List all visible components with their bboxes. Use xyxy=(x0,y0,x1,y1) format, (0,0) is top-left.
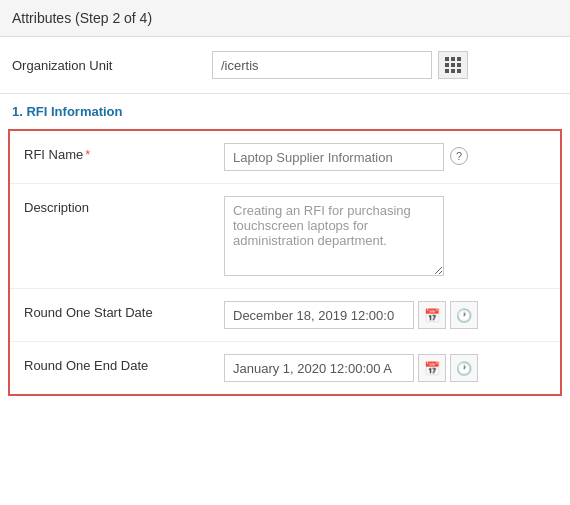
org-unit-input-wrapper xyxy=(212,51,468,79)
page-header: Attributes (Step 2 of 4) xyxy=(0,0,570,37)
round-one-start-wrapper: 📅 🕐 xyxy=(224,301,546,329)
round-one-end-label: Round One End Date xyxy=(24,354,224,373)
rfi-name-control-wrapper: ? xyxy=(224,143,546,171)
required-indicator: * xyxy=(85,147,90,162)
description-textarea[interactable]: Creating an RFI for purchasing touchscre… xyxy=(224,196,444,276)
round-one-start-clock-button[interactable]: 🕐 xyxy=(450,301,478,329)
rfi-info-section-header: 1. RFI Information xyxy=(0,94,570,129)
round-one-end-row: Round One End Date 📅 🕐 xyxy=(10,342,560,394)
round-one-end-date-wrapper: 📅 🕐 xyxy=(224,354,478,382)
description-label: Description xyxy=(24,196,224,215)
grid-icon xyxy=(445,57,461,73)
round-one-start-calendar-button[interactable]: 📅 xyxy=(418,301,446,329)
round-one-start-row: Round One Start Date 📅 🕐 xyxy=(10,289,560,342)
description-control-wrapper: Creating an RFI for purchasing touchscre… xyxy=(224,196,546,276)
rfi-name-input[interactable] xyxy=(224,143,444,171)
round-one-end-input[interactable] xyxy=(224,354,414,382)
org-unit-label: Organization Unit xyxy=(12,58,212,73)
rfi-name-label: RFI Name* xyxy=(24,143,224,162)
page-title: Attributes (Step 2 of 4) xyxy=(12,10,152,26)
round-one-start-input[interactable] xyxy=(224,301,414,329)
round-one-end-clock-button[interactable]: 🕐 xyxy=(450,354,478,382)
rfi-name-help-icon[interactable]: ? xyxy=(450,147,468,165)
org-unit-section: Organization Unit xyxy=(0,37,570,94)
rfi-name-row: RFI Name* ? xyxy=(10,131,560,184)
org-unit-input[interactable] xyxy=(212,51,432,79)
round-one-start-label: Round One Start Date xyxy=(24,301,224,320)
round-one-end-calendar-button[interactable]: 📅 xyxy=(418,354,446,382)
org-unit-picker-button[interactable] xyxy=(438,51,468,79)
round-one-end-wrapper: 📅 🕐 xyxy=(224,354,546,382)
round-one-start-date-wrapper: 📅 🕐 xyxy=(224,301,478,329)
description-row: Description Creating an RFI for purchasi… xyxy=(10,184,560,289)
rfi-info-section: RFI Name* ? Description Creating an RFI … xyxy=(8,129,562,396)
